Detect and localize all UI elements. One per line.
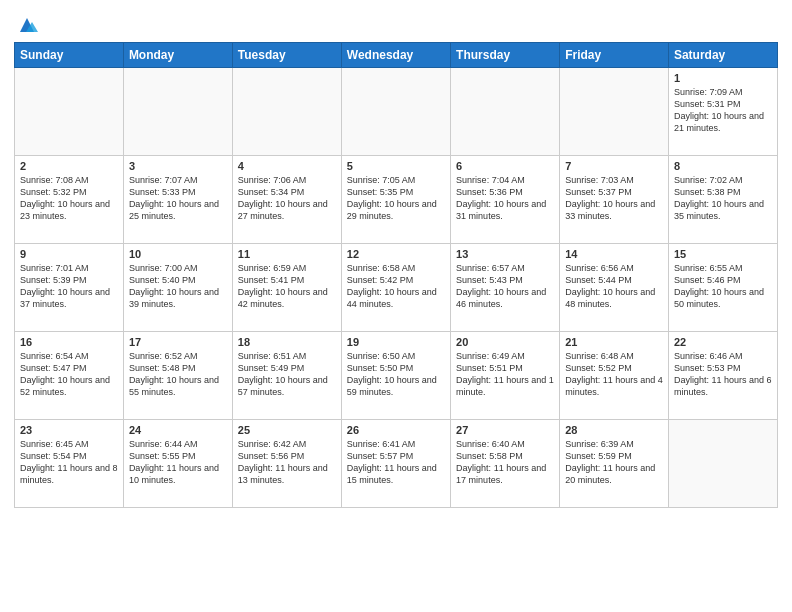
day-number: 3: [129, 160, 227, 172]
day-number: 18: [238, 336, 336, 348]
day-info: Sunrise: 6:59 AM Sunset: 5:41 PM Dayligh…: [238, 262, 336, 311]
calendar-cell: [560, 68, 669, 156]
day-info: Sunrise: 6:42 AM Sunset: 5:56 PM Dayligh…: [238, 438, 336, 487]
calendar-cell: 9Sunrise: 7:01 AM Sunset: 5:39 PM Daylig…: [15, 244, 124, 332]
day-info: Sunrise: 7:01 AM Sunset: 5:39 PM Dayligh…: [20, 262, 118, 311]
day-number: 28: [565, 424, 663, 436]
calendar-header-wednesday: Wednesday: [341, 43, 450, 68]
day-info: Sunrise: 7:06 AM Sunset: 5:34 PM Dayligh…: [238, 174, 336, 223]
day-number: 19: [347, 336, 445, 348]
day-info: Sunrise: 6:50 AM Sunset: 5:50 PM Dayligh…: [347, 350, 445, 399]
day-number: 14: [565, 248, 663, 260]
calendar-cell: 2Sunrise: 7:08 AM Sunset: 5:32 PM Daylig…: [15, 156, 124, 244]
day-info: Sunrise: 6:54 AM Sunset: 5:47 PM Dayligh…: [20, 350, 118, 399]
calendar-header-thursday: Thursday: [451, 43, 560, 68]
day-info: Sunrise: 7:09 AM Sunset: 5:31 PM Dayligh…: [674, 86, 772, 135]
calendar-cell: 15Sunrise: 6:55 AM Sunset: 5:46 PM Dayli…: [668, 244, 777, 332]
calendar-cell: 17Sunrise: 6:52 AM Sunset: 5:48 PM Dayli…: [123, 332, 232, 420]
day-info: Sunrise: 6:40 AM Sunset: 5:58 PM Dayligh…: [456, 438, 554, 487]
calendar-week-1: 2Sunrise: 7:08 AM Sunset: 5:32 PM Daylig…: [15, 156, 778, 244]
day-info: Sunrise: 6:51 AM Sunset: 5:49 PM Dayligh…: [238, 350, 336, 399]
day-info: Sunrise: 6:57 AM Sunset: 5:43 PM Dayligh…: [456, 262, 554, 311]
page: SundayMondayTuesdayWednesdayThursdayFrid…: [0, 0, 792, 612]
day-number: 11: [238, 248, 336, 260]
day-number: 15: [674, 248, 772, 260]
day-number: 26: [347, 424, 445, 436]
calendar-cell: [451, 68, 560, 156]
calendar-header-saturday: Saturday: [668, 43, 777, 68]
day-number: 17: [129, 336, 227, 348]
calendar-cell: 22Sunrise: 6:46 AM Sunset: 5:53 PM Dayli…: [668, 332, 777, 420]
day-number: 23: [20, 424, 118, 436]
day-info: Sunrise: 6:49 AM Sunset: 5:51 PM Dayligh…: [456, 350, 554, 399]
day-number: 12: [347, 248, 445, 260]
calendar-cell: 3Sunrise: 7:07 AM Sunset: 5:33 PM Daylig…: [123, 156, 232, 244]
calendar-header-row: SundayMondayTuesdayWednesdayThursdayFrid…: [15, 43, 778, 68]
calendar-cell: [232, 68, 341, 156]
day-number: 13: [456, 248, 554, 260]
calendar-table: SundayMondayTuesdayWednesdayThursdayFrid…: [14, 42, 778, 508]
day-info: Sunrise: 6:48 AM Sunset: 5:52 PM Dayligh…: [565, 350, 663, 399]
day-info: Sunrise: 7:08 AM Sunset: 5:32 PM Dayligh…: [20, 174, 118, 223]
calendar-cell: 16Sunrise: 6:54 AM Sunset: 5:47 PM Dayli…: [15, 332, 124, 420]
calendar-cell: 18Sunrise: 6:51 AM Sunset: 5:49 PM Dayli…: [232, 332, 341, 420]
calendar-cell: 20Sunrise: 6:49 AM Sunset: 5:51 PM Dayli…: [451, 332, 560, 420]
calendar-cell: 24Sunrise: 6:44 AM Sunset: 5:55 PM Dayli…: [123, 420, 232, 508]
day-number: 22: [674, 336, 772, 348]
calendar-week-3: 16Sunrise: 6:54 AM Sunset: 5:47 PM Dayli…: [15, 332, 778, 420]
calendar-cell: [123, 68, 232, 156]
day-number: 2: [20, 160, 118, 172]
calendar-cell: 25Sunrise: 6:42 AM Sunset: 5:56 PM Dayli…: [232, 420, 341, 508]
header: [14, 10, 778, 36]
calendar-cell: 26Sunrise: 6:41 AM Sunset: 5:57 PM Dayli…: [341, 420, 450, 508]
calendar-cell: 1Sunrise: 7:09 AM Sunset: 5:31 PM Daylig…: [668, 68, 777, 156]
day-info: Sunrise: 6:55 AM Sunset: 5:46 PM Dayligh…: [674, 262, 772, 311]
day-info: Sunrise: 6:56 AM Sunset: 5:44 PM Dayligh…: [565, 262, 663, 311]
calendar-cell: 14Sunrise: 6:56 AM Sunset: 5:44 PM Dayli…: [560, 244, 669, 332]
calendar-cell: 11Sunrise: 6:59 AM Sunset: 5:41 PM Dayli…: [232, 244, 341, 332]
calendar-cell: 13Sunrise: 6:57 AM Sunset: 5:43 PM Dayli…: [451, 244, 560, 332]
calendar-cell: 21Sunrise: 6:48 AM Sunset: 5:52 PM Dayli…: [560, 332, 669, 420]
calendar-cell: 28Sunrise: 6:39 AM Sunset: 5:59 PM Dayli…: [560, 420, 669, 508]
logo: [14, 14, 38, 36]
calendar-header-monday: Monday: [123, 43, 232, 68]
day-info: Sunrise: 6:46 AM Sunset: 5:53 PM Dayligh…: [674, 350, 772, 399]
day-number: 1: [674, 72, 772, 84]
calendar-cell: [341, 68, 450, 156]
calendar-cell: 6Sunrise: 7:04 AM Sunset: 5:36 PM Daylig…: [451, 156, 560, 244]
calendar-cell: 27Sunrise: 6:40 AM Sunset: 5:58 PM Dayli…: [451, 420, 560, 508]
day-number: 4: [238, 160, 336, 172]
calendar-cell: 4Sunrise: 7:06 AM Sunset: 5:34 PM Daylig…: [232, 156, 341, 244]
calendar-cell: [15, 68, 124, 156]
day-info: Sunrise: 6:39 AM Sunset: 5:59 PM Dayligh…: [565, 438, 663, 487]
day-info: Sunrise: 6:45 AM Sunset: 5:54 PM Dayligh…: [20, 438, 118, 487]
day-number: 24: [129, 424, 227, 436]
calendar-header-sunday: Sunday: [15, 43, 124, 68]
day-number: 9: [20, 248, 118, 260]
day-number: 7: [565, 160, 663, 172]
calendar-header-friday: Friday: [560, 43, 669, 68]
calendar-cell: 19Sunrise: 6:50 AM Sunset: 5:50 PM Dayli…: [341, 332, 450, 420]
day-info: Sunrise: 7:04 AM Sunset: 5:36 PM Dayligh…: [456, 174, 554, 223]
day-info: Sunrise: 7:02 AM Sunset: 5:38 PM Dayligh…: [674, 174, 772, 223]
logo-icon: [16, 14, 38, 36]
day-number: 21: [565, 336, 663, 348]
day-info: Sunrise: 7:00 AM Sunset: 5:40 PM Dayligh…: [129, 262, 227, 311]
day-info: Sunrise: 6:41 AM Sunset: 5:57 PM Dayligh…: [347, 438, 445, 487]
calendar-cell: 7Sunrise: 7:03 AM Sunset: 5:37 PM Daylig…: [560, 156, 669, 244]
day-info: Sunrise: 7:05 AM Sunset: 5:35 PM Dayligh…: [347, 174, 445, 223]
day-info: Sunrise: 6:44 AM Sunset: 5:55 PM Dayligh…: [129, 438, 227, 487]
day-info: Sunrise: 7:03 AM Sunset: 5:37 PM Dayligh…: [565, 174, 663, 223]
day-number: 27: [456, 424, 554, 436]
calendar-week-0: 1Sunrise: 7:09 AM Sunset: 5:31 PM Daylig…: [15, 68, 778, 156]
calendar-cell: 12Sunrise: 6:58 AM Sunset: 5:42 PM Dayli…: [341, 244, 450, 332]
calendar-cell: [668, 420, 777, 508]
day-number: 20: [456, 336, 554, 348]
day-number: 25: [238, 424, 336, 436]
calendar-week-4: 23Sunrise: 6:45 AM Sunset: 5:54 PM Dayli…: [15, 420, 778, 508]
calendar-cell: 10Sunrise: 7:00 AM Sunset: 5:40 PM Dayli…: [123, 244, 232, 332]
calendar-week-2: 9Sunrise: 7:01 AM Sunset: 5:39 PM Daylig…: [15, 244, 778, 332]
day-info: Sunrise: 6:58 AM Sunset: 5:42 PM Dayligh…: [347, 262, 445, 311]
day-info: Sunrise: 7:07 AM Sunset: 5:33 PM Dayligh…: [129, 174, 227, 223]
calendar-cell: 23Sunrise: 6:45 AM Sunset: 5:54 PM Dayli…: [15, 420, 124, 508]
